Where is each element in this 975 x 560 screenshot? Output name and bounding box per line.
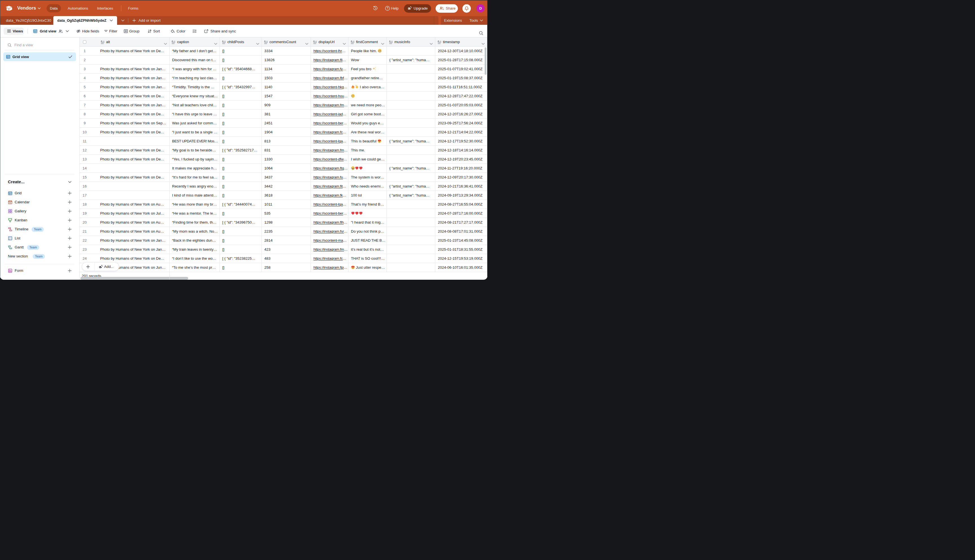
svg-text:31: 31: [9, 202, 11, 203]
